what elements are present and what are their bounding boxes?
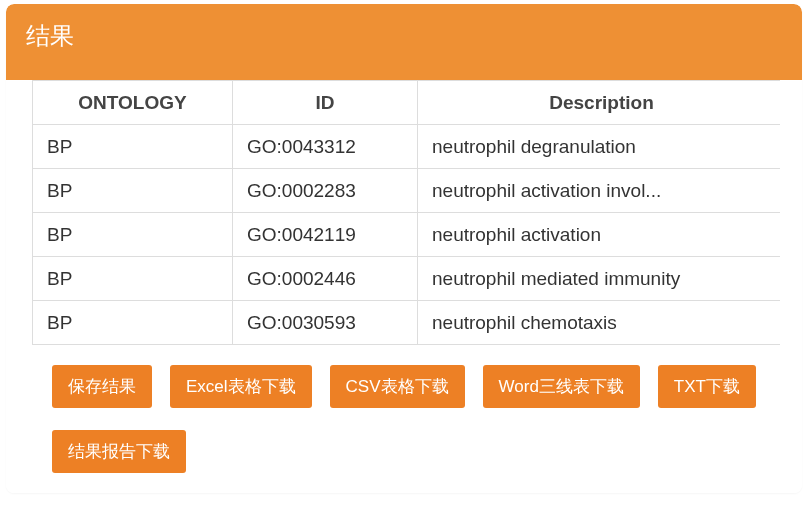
table-row: BP GO:0042119 neutrophil activation	[33, 213, 781, 257]
cell-description: neutrophil chemotaxis	[418, 301, 781, 345]
cell-ontology: BP	[33, 125, 233, 169]
cell-ontology: BP	[33, 169, 233, 213]
button-row: 保存结果 Excel表格下载 CSV表格下载 Word三线表下载 TXT下载 结…	[30, 365, 778, 473]
excel-download-button[interactable]: Excel表格下载	[170, 365, 312, 408]
word-download-button[interactable]: Word三线表下载	[483, 365, 640, 408]
cell-description: neutrophil mediated immunity	[418, 257, 781, 301]
cell-description: neutrophil activation	[418, 213, 781, 257]
col-header-id: ID	[233, 81, 418, 125]
panel-title: 结果	[6, 4, 802, 82]
table-header-row: ONTOLOGY ID Description	[33, 81, 781, 125]
cell-ontology: BP	[33, 301, 233, 345]
table-row: BP GO:0043312 neutrophil degranulation	[33, 125, 781, 169]
col-header-description: Description	[418, 81, 781, 125]
cell-id: GO:0002283	[233, 169, 418, 213]
report-download-button[interactable]: 结果报告下载	[52, 430, 186, 473]
cell-id: GO:0043312	[233, 125, 418, 169]
cell-id: GO:0002446	[233, 257, 418, 301]
results-panel: 结果 ONTOLOGY ID Description BP	[6, 4, 802, 493]
csv-download-button[interactable]: CSV表格下载	[330, 365, 465, 408]
cell-description: neutrophil activation invol...	[418, 169, 781, 213]
results-table: ONTOLOGY ID Description BP GO:0043312 ne…	[32, 80, 780, 345]
cell-ontology: BP	[33, 213, 233, 257]
cell-description: neutrophil degranulation	[418, 125, 781, 169]
table-row: BP GO:0002283 neutrophil activation invo…	[33, 169, 781, 213]
cell-id: GO:0042119	[233, 213, 418, 257]
cell-ontology: BP	[33, 257, 233, 301]
table-row: BP GO:0002446 neutrophil mediated immuni…	[33, 257, 781, 301]
save-button[interactable]: 保存结果	[52, 365, 152, 408]
cell-id: GO:0030593	[233, 301, 418, 345]
table-row: BP GO:0030593 neutrophil chemotaxis	[33, 301, 781, 345]
col-header-ontology: ONTOLOGY	[33, 81, 233, 125]
txt-download-button[interactable]: TXT下载	[658, 365, 756, 408]
table-scroll-container[interactable]: ONTOLOGY ID Description BP GO:0043312 ne…	[32, 80, 780, 345]
panel-body: ONTOLOGY ID Description BP GO:0043312 ne…	[6, 80, 802, 493]
